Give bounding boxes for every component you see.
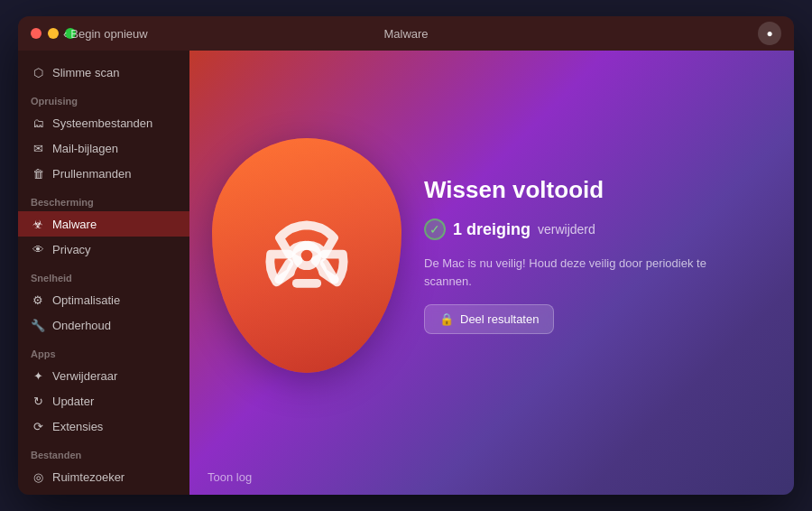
sidebar-item-label: Ruimtezoeker — [52, 470, 125, 484]
sidebar-item-label: Malware — [52, 218, 97, 231]
sidebar-item-label: Prullenmanden — [52, 167, 131, 181]
biohazard-background — [212, 138, 401, 373]
result-description: De Mac is nu veilig! Houd deze veilig do… — [424, 255, 749, 290]
mail-icon: ✉ — [31, 141, 45, 155]
sidebar-item-label: Verwijderaar — [52, 369, 117, 383]
close-button[interactable] — [31, 28, 42, 39]
sidebar-item-label: Mail-bijlagen — [52, 142, 118, 155]
check-icon: ✓ — [424, 218, 446, 240]
sidebar-item-groot-en-oud[interactable]: 📅 Groot en oud — [18, 489, 189, 495]
back-button[interactable]: ‹ Begin opnieuw — [63, 27, 148, 41]
sidebar-item-mail-bijlagen[interactable]: ✉ Mail-bijlagen — [18, 135, 189, 161]
extensies-icon: ⟳ — [31, 419, 45, 433]
ruimtezoeker-icon: ◎ — [31, 469, 45, 484]
sidebar-item-label: Slimme scan — [52, 66, 119, 79]
sidebar-item-label: Extensies — [52, 420, 103, 433]
section-label-apps: Apps — [18, 338, 189, 363]
optimalisatie-icon: ⚙ — [31, 293, 45, 307]
toon-log-button[interactable]: Toon log — [208, 470, 252, 484]
app-window: ‹ Begin opnieuw Malware ● ⬡ Slimme scan … — [18, 16, 794, 495]
app-content: ⬡ Slimme scan Opruising 🗂 Systeembestand… — [18, 51, 794, 495]
sidebar-item-label: Onderhoud — [52, 319, 111, 332]
lock-icon: 🔒 — [439, 312, 454, 326]
window-title: Malware — [383, 27, 428, 41]
section-label-bescherming: Bescherming — [18, 186, 189, 211]
onderhoud-icon: 🔧 — [31, 318, 45, 332]
sidebar-item-prullenmanden[interactable]: 🗑 Prullenmanden — [18, 161, 189, 186]
share-button[interactable]: 🔒 Deel resultaten — [424, 304, 554, 334]
main-inner: Wissen voltooid ✓ 1 dreiging verwijderd … — [189, 51, 794, 460]
back-label: Begin opnieuw — [70, 27, 147, 41]
sidebar-item-updater[interactable]: ↻ Updater — [18, 388, 189, 413]
threat-summary: ✓ 1 dreiging verwijderd — [424, 218, 749, 240]
sidebar-item-label: Optimalisatie — [52, 293, 120, 307]
sidebar-item-label: Privacy — [52, 243, 91, 256]
trash-icon: 🗑 — [31, 166, 45, 181]
sidebar-item-optimalisatie[interactable]: ⚙ Optimalisatie — [18, 287, 189, 312]
sidebar-item-extensies[interactable]: ⟳ Extensies — [18, 413, 189, 439]
sidebar-item-onderhoud[interactable]: 🔧 Onderhoud — [18, 312, 189, 338]
sidebar-item-systeembestanden[interactable]: 🗂 Systeembestanden — [18, 110, 189, 135]
result-title: Wissen voltooid — [424, 176, 749, 204]
sidebar-item-privacy[interactable]: 👁 Privacy — [18, 237, 189, 262]
section-label-snelheid: Snelheid — [18, 262, 189, 287]
sidebar: ⬡ Slimme scan Opruising 🗂 Systeembestand… — [18, 51, 189, 495]
titlebar: ‹ Begin opnieuw Malware ● — [18, 16, 794, 51]
minimize-button[interactable] — [48, 28, 59, 39]
result-panel: Wissen voltooid ✓ 1 dreiging verwijderd … — [424, 176, 749, 334]
privacy-icon: 👁 — [31, 242, 45, 256]
biohazard-icon — [244, 192, 370, 319]
sidebar-item-label: Updater — [52, 395, 94, 408]
main-panel: Wissen voltooid ✓ 1 dreiging verwijderd … — [189, 51, 794, 495]
sidebar-item-slimme-scan[interactable]: ⬡ Slimme scan — [18, 60, 189, 85]
updater-icon: ↻ — [31, 394, 45, 408]
systeembestanden-icon: 🗂 — [31, 116, 45, 130]
biohazard-illustration — [208, 120, 406, 391]
threat-suffix: verwijderd — [538, 222, 595, 237]
verwijderaar-icon: ✦ — [31, 368, 45, 383]
sidebar-item-ruimtezoeker[interactable]: ◎ Ruimtezoeker — [18, 464, 189, 489]
section-label-opruising: Opruising — [18, 85, 189, 110]
sidebar-item-malware[interactable]: ☣ Malware — [18, 211, 189, 237]
sidebar-item-verwijderaar[interactable]: ✦ Verwijderaar — [18, 363, 189, 388]
chevron-left-icon: ‹ — [63, 27, 67, 41]
malware-icon: ☣ — [31, 217, 45, 231]
sidebar-item-label: Systeembestanden — [52, 116, 152, 130]
user-icon[interactable]: ● — [758, 22, 781, 45]
section-label-bestanden: Bestanden — [18, 439, 189, 464]
threat-count: 1 dreiging — [453, 220, 531, 239]
main-footer: Toon log — [189, 460, 794, 495]
scan-icon: ⬡ — [31, 65, 45, 79]
share-button-label: Deel resultaten — [460, 312, 539, 326]
